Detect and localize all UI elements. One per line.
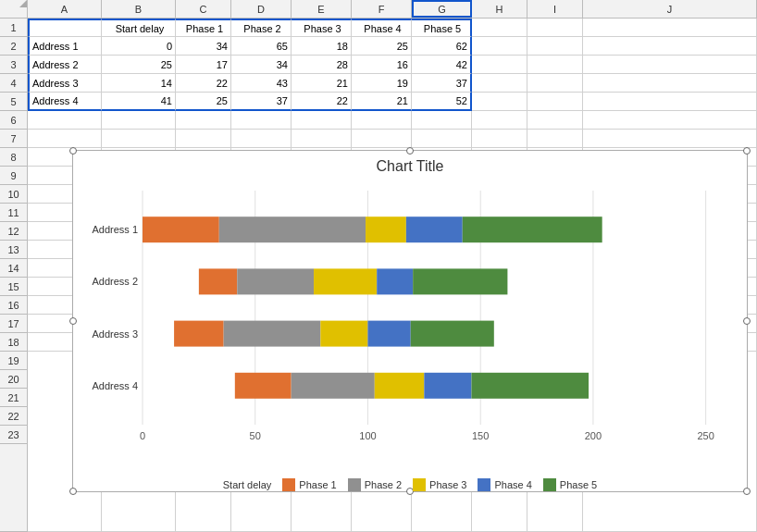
row-num-18: 18 (0, 333, 28, 352)
svg-rect-26 (143, 321, 174, 347)
cell-g2[interactable]: 62 (412, 37, 472, 56)
legend-item-phase1: Phase 1 (282, 478, 336, 491)
cell-j4[interactable] (583, 74, 757, 93)
cell-h1[interactable] (472, 19, 527, 37)
col-header-b[interactable]: B (102, 0, 176, 18)
svg-rect-17 (463, 217, 602, 242)
cell-b3[interactable]: 25 (102, 56, 176, 74)
chart-handle-tl[interactable] (69, 147, 77, 155)
row-num-5: 5 (0, 93, 28, 111)
col-header-c[interactable]: C (176, 0, 231, 18)
cell-e1[interactable]: Phase 3 (292, 19, 352, 37)
cell-d4[interactable]: 43 (231, 74, 292, 93)
row-num-9: 9 (0, 167, 28, 185)
cell-g3[interactable]: 42 (412, 56, 472, 74)
legend-color-phase1 (282, 478, 295, 491)
cell-g1[interactable]: Phase 5 (412, 19, 472, 37)
cell-i3[interactable] (527, 56, 583, 74)
cell-g4[interactable]: 37 (412, 74, 472, 93)
svg-text:100: 100 (359, 430, 376, 441)
row-num-7: 7 (0, 130, 28, 148)
chart-handle-tr[interactable] (743, 147, 751, 155)
table-row: Address 3 14 22 43 21 19 37 (28, 74, 757, 93)
cell-h5[interactable] (472, 93, 527, 111)
cell-j5[interactable] (583, 93, 757, 111)
cell-h4[interactable] (472, 74, 527, 93)
cell-i4[interactable] (527, 74, 583, 93)
cell-c4[interactable]: 22 (176, 74, 231, 93)
row-num-20: 20 (0, 370, 28, 389)
svg-rect-23 (377, 268, 413, 294)
cell-f4[interactable]: 19 (352, 74, 412, 93)
cell-c2[interactable]: 34 (176, 37, 231, 56)
svg-text:Address 1: Address 1 (92, 224, 138, 235)
cell-b5[interactable]: 41 (102, 93, 176, 111)
table-row: Address 2 25 17 34 28 16 42 (28, 56, 757, 74)
cell-b1[interactable]: Start delay (102, 19, 176, 37)
cell-b2[interactable]: 0 (102, 37, 176, 56)
legend-item-phase5: Phase 5 (543, 478, 597, 491)
cell-a4[interactable]: Address 3 (28, 74, 102, 93)
legend-color-phase3 (413, 478, 426, 491)
svg-rect-34 (235, 373, 292, 399)
col-header-i[interactable]: I (527, 0, 583, 18)
cell-e3[interactable]: 28 (292, 56, 352, 74)
cell-i1[interactable] (527, 19, 583, 37)
cell-a3[interactable]: Address 2 (28, 56, 102, 74)
chart-container[interactable]: Chart Title 050100150200250Address 1Addr… (72, 150, 748, 492)
cell-d1[interactable]: Phase 2 (231, 19, 292, 37)
row-num-21: 21 (0, 389, 28, 407)
cell-a1[interactable] (28, 19, 102, 37)
cell-a5[interactable]: Address 4 (28, 93, 102, 111)
cell-d2[interactable]: 65 (231, 37, 292, 56)
cell-h3[interactable] (472, 56, 527, 74)
cell-f3[interactable]: 16 (352, 56, 412, 74)
cell-e2[interactable]: 18 (292, 37, 352, 56)
row-num-13: 13 (0, 241, 28, 259)
cell-f5[interactable]: 21 (352, 93, 412, 111)
cell-e5[interactable]: 22 (292, 93, 352, 111)
svg-rect-13 (143, 217, 219, 242)
cell-d5[interactable]: 37 (231, 93, 292, 111)
col-header-g[interactable]: G (412, 0, 472, 18)
svg-rect-15 (366, 217, 406, 242)
cell-c3[interactable]: 17 (176, 56, 231, 74)
svg-text:Address 2: Address 2 (92, 276, 138, 287)
row-num-12: 12 (0, 222, 28, 241)
cell-f1[interactable]: Phase 4 (352, 19, 412, 37)
svg-rect-30 (367, 321, 410, 347)
cell-j2[interactable] (583, 37, 757, 56)
svg-rect-27 (174, 321, 224, 347)
cell-i5[interactable] (527, 93, 583, 111)
col-header-rest[interactable]: J (583, 0, 757, 18)
row-num-10: 10 (0, 185, 28, 204)
col-header-a[interactable]: A (28, 0, 102, 18)
cell-c1[interactable]: Phase 1 (176, 19, 231, 37)
cell-f2[interactable]: 25 (352, 37, 412, 56)
row-num-23: 23 (0, 426, 28, 444)
cell-d3[interactable]: 34 (231, 56, 292, 74)
col-header-d[interactable]: D (231, 0, 292, 18)
cell-j3[interactable] (583, 56, 757, 74)
legend-item-phase2: Phase 2 (348, 478, 402, 491)
cell-h2[interactable] (472, 37, 527, 56)
col-header-e[interactable]: E (292, 0, 352, 18)
col-header-f[interactable]: F (352, 0, 412, 18)
svg-text:250: 250 (697, 430, 714, 441)
row-num-15: 15 (0, 278, 28, 296)
cell-e4[interactable]: 21 (292, 74, 352, 93)
col-header-h[interactable]: H (472, 0, 527, 18)
cell-g5[interactable]: 52 (412, 93, 472, 111)
svg-text:200: 200 (585, 430, 602, 441)
cell-c5[interactable]: 25 (176, 93, 231, 111)
cell-b4[interactable]: 14 (102, 74, 176, 93)
legend-color-phase2 (348, 478, 361, 491)
chart-handle-tc[interactable] (406, 147, 414, 155)
cell-j1[interactable] (583, 19, 757, 37)
cell-a2[interactable]: Address 1 (28, 37, 102, 56)
table-row (28, 130, 757, 148)
cell-i2[interactable] (527, 37, 583, 56)
svg-rect-19 (143, 268, 199, 294)
row-num-1: 1 (0, 19, 28, 37)
table-row: Address 1 0 34 65 18 25 62 (28, 37, 757, 56)
